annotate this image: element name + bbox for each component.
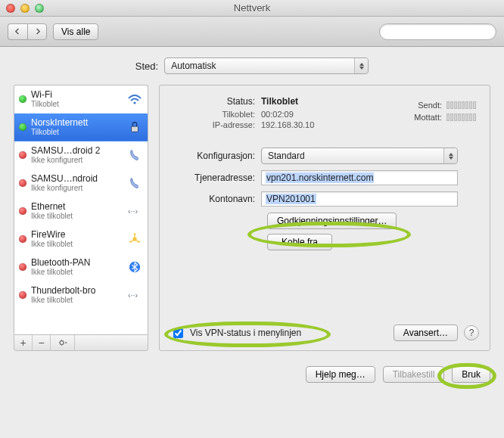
network-list[interactable]: Wi-Fi Tilkoblet NorskInternett Tilkoblet — [14, 85, 148, 334]
revert-button[interactable]: Tilbakestill — [383, 366, 445, 383]
account-name-label: Kontonavn: — [170, 194, 261, 204]
window-title: Nettverk — [0, 2, 504, 14]
advanced-button[interactable]: Avansert… — [394, 325, 458, 341]
config-popup[interactable]: Standard — [261, 148, 458, 164]
wifi-icon — [126, 91, 143, 107]
account-name-value: VPN201001 — [266, 194, 316, 204]
sidebar-item-thunderbolt[interactable]: Thunderbolt-bro Ikke tilkoblet ‹∙∙› — [14, 281, 148, 309]
network-status: Tilkoblet — [31, 100, 126, 109]
location-value: Automatisk — [171, 61, 216, 71]
chevron-right-icon — [34, 28, 41, 35]
svg-point-2 — [133, 101, 135, 104]
server-address-label: Tjeneradresse: — [170, 172, 261, 183]
lock-icon — [126, 119, 143, 135]
titlebar: Nettverk — [0, 0, 504, 17]
sidebar-item-vpn[interactable]: NorskInternett Tilkoblet — [14, 113, 148, 141]
network-name: Bluetooth-PAN — [31, 257, 126, 268]
show-vpn-status-label: Vis VPN-status i menylinjen — [190, 328, 301, 338]
network-name: FireWire — [31, 229, 126, 240]
recv-bars-icon — [446, 113, 476, 121]
status-dot-icon — [19, 151, 26, 159]
svg-rect-3 — [132, 126, 138, 132]
ip-value: 192.168.30.10 — [261, 120, 314, 129]
popup-arrows-icon — [443, 148, 457, 163]
network-name: Thunderbolt-bro — [31, 285, 126, 296]
status-dot-icon — [19, 291, 26, 299]
status-value: Tilkoblet — [261, 96, 298, 107]
network-status: Ikke tilkoblet — [31, 268, 126, 277]
apply-button[interactable]: Bruk — [452, 366, 490, 383]
search-input[interactable] — [384, 26, 492, 37]
network-status: Tilkoblet — [31, 128, 126, 137]
phone-icon — [126, 147, 143, 163]
sent-label: Sendt: — [418, 101, 442, 110]
sidebar-item-phone1[interactable]: SAMSU…ndroid Ikke konfigurert — [14, 169, 148, 197]
status-dot-icon — [19, 123, 26, 131]
server-address-field[interactable]: vpn201.norskinternett.com — [261, 170, 458, 185]
sidebar-item-ethernet[interactable]: Ethernet Ikke tilkoblet ‹∙∙› — [14, 197, 148, 225]
ethernet-icon: ‹∙∙› — [126, 287, 143, 303]
forward-button[interactable] — [27, 23, 47, 40]
config-value: Standard — [268, 151, 305, 161]
sidebar-item-firewire[interactable]: FireWire Ikke tilkoblet — [14, 225, 148, 253]
disconnect-button[interactable]: Koble fra — [267, 234, 332, 250]
nav-segmented — [8, 23, 47, 40]
status-dot-icon — [19, 207, 26, 215]
sidebar-item-phone2[interactable]: SAMSU…droid 2 Ikke konfigurert — [14, 141, 148, 169]
location-popup[interactable]: Automatisk — [164, 57, 369, 74]
chevron-left-icon — [14, 28, 21, 35]
ethernet-icon: ‹∙∙› — [126, 203, 143, 219]
sidebar-item-bluetooth[interactable]: Bluetooth-PAN Ikke tilkoblet — [14, 253, 148, 281]
toolbar: Vis alle — [0, 17, 504, 47]
network-status: Ikke konfigurert — [31, 184, 126, 193]
network-name: NorskInternett — [31, 117, 126, 128]
network-name: SAMSU…droid 2 — [31, 145, 126, 156]
gear-icon — [58, 337, 68, 348]
search-field[interactable] — [379, 23, 496, 40]
details-panel: Status: Tilkoblet Tilkoblet: 00:02:09 IP… — [159, 85, 490, 351]
bluetooth-icon — [126, 259, 143, 275]
sidebar-item-wifi[interactable]: Wi-Fi Tilkoblet — [14, 85, 148, 113]
status-dot-icon — [19, 263, 26, 271]
status-dot-icon — [19, 235, 26, 243]
network-name: Wi-Fi — [31, 89, 126, 100]
network-sidebar: Wi-Fi Tilkoblet NorskInternett Tilkoblet — [14, 85, 148, 351]
content-area: Sted: Automatisk Wi-Fi Tilkoblet — [0, 47, 504, 359]
show-vpn-status-input[interactable] — [173, 328, 183, 338]
help-button[interactable]: ? — [464, 325, 479, 340]
config-label: Konfigurasjon: — [170, 151, 261, 161]
received-label: Mottatt: — [414, 113, 442, 122]
remove-network-button[interactable]: − — [33, 335, 51, 350]
network-status: Ikke konfigurert — [31, 156, 126, 165]
network-status: Ikke tilkoblet — [31, 240, 126, 249]
auth-settings-button[interactable]: Godkjenningsinnstillinger… — [267, 213, 397, 229]
show-vpn-status-checkbox[interactable]: Vis VPN-status i menylinjen — [170, 326, 301, 340]
status-dot-icon — [19, 95, 26, 103]
popup-arrows-icon — [354, 58, 368, 73]
ip-label: IP-adresse: — [170, 120, 261, 129]
svg-point-11 — [60, 341, 64, 345]
status-label: Status: — [170, 96, 261, 107]
connected-time-label: Tilkoblet: — [170, 110, 261, 119]
phone-icon — [126, 175, 143, 191]
assist-button[interactable]: Hjelp meg… — [306, 366, 375, 383]
status-dot-icon — [19, 179, 26, 187]
add-network-button[interactable]: + — [14, 335, 33, 350]
connected-time-value: 00:02:09 — [261, 110, 294, 119]
server-address-value: vpn201.norskinternett.com — [266, 172, 374, 183]
firewire-icon — [126, 231, 143, 247]
location-label: Sted: — [135, 61, 158, 72]
window-footer: Hjelp meg… Tilbakestill Bruk — [0, 359, 504, 392]
network-name: SAMSU…ndroid — [31, 173, 126, 184]
network-name: Ethernet — [31, 201, 126, 212]
svg-text:‹∙∙›: ‹∙∙› — [128, 207, 138, 216]
network-status: Ikke tilkoblet — [31, 296, 126, 305]
show-all-button[interactable]: Vis alle — [53, 23, 98, 40]
account-name-field[interactable]: VPN201001 — [261, 191, 458, 207]
network-status: Ikke tilkoblet — [31, 212, 126, 221]
list-footer: + − — [14, 334, 148, 351]
sent-bars-icon — [446, 101, 476, 109]
traffic-stats: Sendt: Mottatt: — [414, 99, 476, 123]
back-button[interactable] — [8, 23, 27, 40]
network-actions-menu[interactable] — [51, 335, 75, 350]
